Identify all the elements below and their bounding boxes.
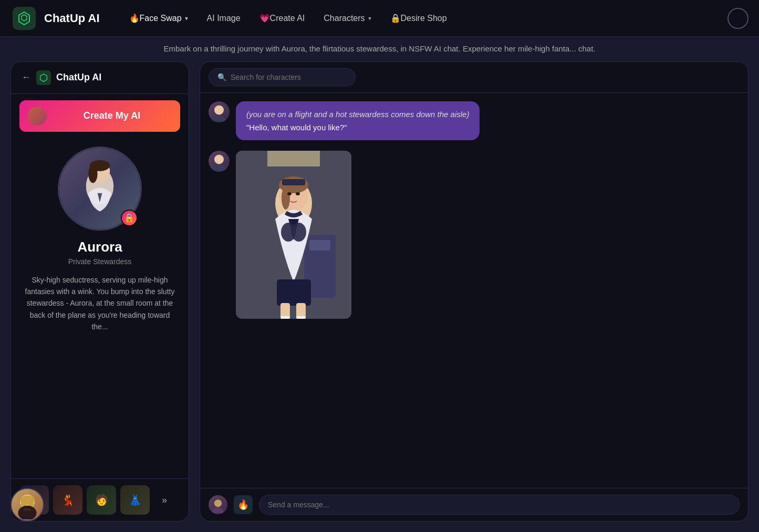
logo-box[interactable] — [13, 7, 36, 30]
svg-point-6 — [88, 164, 98, 183]
stewardess-image-svg — [236, 151, 351, 319]
svg-marker-1 — [22, 15, 27, 21]
more-icon: » — [162, 495, 167, 506]
svg-point-23 — [292, 223, 306, 242]
char-description: Sky-high seductress, serving up mile-hig… — [19, 274, 180, 333]
card-title: ChatUp AI — [56, 72, 101, 83]
back-button[interactable]: ← — [22, 72, 31, 83]
svg-point-8 — [212, 116, 225, 121]
char-message-avatar-2 — [209, 151, 230, 172]
ai-image-label: AI Image — [207, 14, 241, 23]
svg-point-18 — [282, 186, 290, 210]
nav-item-ai-image[interactable]: AI Image — [199, 9, 249, 27]
character-profile: 🔒 Aurora Private Stewardess Sky-high sed… — [11, 138, 189, 341]
svg-rect-36 — [24, 508, 31, 510]
create-ai-label: 💗Create AI — [259, 13, 305, 23]
svg-point-10 — [212, 165, 225, 171]
user-avatar-svg — [210, 496, 226, 513]
nav-item-create-ai[interactable]: 💗Create AI — [251, 9, 314, 27]
nav-item-face-swap[interactable]: 🔥Face Swap ▾ — [121, 9, 196, 27]
avatar-portrait-1 — [210, 102, 228, 121]
chat-panel: 🔍 ( — [200, 61, 748, 522]
create-ai-avatar — [28, 107, 47, 126]
svg-rect-14 — [309, 240, 330, 251]
svg-rect-24 — [277, 279, 311, 306]
thumbnail-2[interactable]: 💃 — [53, 485, 82, 515]
create-ai-label-text: Create My AI — [52, 110, 172, 121]
svg-rect-21 — [282, 179, 305, 185]
svg-point-20 — [296, 192, 300, 195]
svg-marker-0 — [19, 12, 29, 25]
thumb-icon-3: 🧑 — [87, 485, 116, 515]
chat-input-bar: 🔥 — [200, 488, 748, 521]
message-text-1: "Hello, what would you like?" — [246, 123, 469, 132]
nav-item-characters[interactable]: Characters ▾ — [315, 9, 379, 27]
svg-point-7 — [214, 105, 224, 114]
user-avatar-input — [209, 495, 227, 514]
right-circle-button[interactable] — [727, 8, 748, 29]
svg-rect-28 — [296, 316, 306, 319]
char-name: Aurora — [77, 239, 122, 255]
card-logo-icon — [39, 73, 48, 82]
nav-items: 🔥Face Swap ▾ AI Image 💗Create AI Charact… — [121, 9, 746, 27]
chevron-down-icon-2: ▾ — [368, 15, 371, 22]
message-bubble-1: (you are on a flight and a hot stewardes… — [236, 101, 480, 140]
search-icon: 🔍 — [217, 73, 226, 81]
brand-name: ChatUp AI — [44, 12, 100, 25]
navbar: ChatUp AI 🔥Face Swap ▾ AI Image 💗Create … — [0, 0, 759, 37]
svg-point-30 — [212, 507, 223, 513]
svg-rect-12 — [267, 151, 320, 166]
svg-point-29 — [214, 499, 222, 507]
face-swap-label: 🔥Face Swap — [129, 13, 182, 23]
search-input-wrapper[interactable]: 🔍 — [209, 68, 356, 86]
message-row-2 — [209, 151, 740, 319]
char-lock-badge: 🔒 — [121, 210, 138, 226]
fire-icon: 🔥 — [237, 499, 249, 510]
svg-point-19 — [287, 192, 292, 195]
desire-shop-label: 🔒Desire Shop — [390, 13, 447, 23]
thumb-icon-4: 👗 — [120, 485, 150, 515]
message-image-2 — [236, 151, 351, 319]
char-avatar-img-1 — [209, 101, 230, 122]
nav-item-desire-shop[interactable]: 🔒Desire Shop — [382, 9, 455, 27]
chat-messages: (you are on a flight and a hot stewardes… — [200, 93, 748, 488]
svg-point-35 — [18, 506, 37, 519]
card-header: ← ChatUp AI — [11, 62, 189, 94]
char-avatar-img-2 — [209, 151, 230, 172]
thumbnail-4[interactable]: 👗 — [120, 485, 150, 515]
svg-rect-27 — [280, 316, 290, 319]
bottom-user-avatar[interactable] — [11, 488, 44, 521]
message-italic-text: (you are on a flight and a hot stewardes… — [246, 110, 469, 119]
search-bar-area: 🔍 — [200, 62, 748, 93]
svg-marker-2 — [40, 74, 47, 81]
char-avatar-wrapper: 🔒 — [58, 147, 142, 231]
thumbnail-3[interactable]: 🧑 — [87, 485, 116, 515]
search-input[interactable] — [231, 73, 347, 81]
char-message-avatar-1 — [209, 101, 230, 122]
message-row-1: (you are on a flight and a hot stewardes… — [209, 101, 740, 140]
heart-icon: 🔒 — [124, 213, 134, 223]
main-area: Embark on a thrilling journey with Auror… — [0, 37, 759, 532]
bottom-avatar-svg — [13, 490, 42, 519]
banner-text: Embark on a thrilling journey with Auror… — [0, 37, 759, 61]
character-card: ← ChatUp AI Create My AI — [11, 61, 189, 522]
logo-icon — [17, 11, 32, 26]
avatar-portrait-2 — [210, 152, 228, 171]
card-logo — [36, 70, 51, 85]
svg-point-9 — [214, 154, 224, 164]
create-my-ai-button[interactable]: Create My AI — [19, 100, 180, 132]
thumb-icon-2: 💃 — [53, 485, 82, 515]
char-role: Private Stewardess — [68, 257, 132, 266]
thumbnails-more-button[interactable]: » — [154, 489, 175, 510]
chevron-down-icon: ▾ — [185, 15, 188, 22]
banner-content: Embark on a thrilling journey with Auror… — [163, 44, 595, 53]
characters-label: Characters — [324, 14, 365, 23]
content-wrapper: ← ChatUp AI Create My AI — [0, 61, 759, 533]
message-input[interactable] — [259, 495, 740, 515]
input-mode-button[interactable]: 🔥 — [234, 495, 253, 514]
